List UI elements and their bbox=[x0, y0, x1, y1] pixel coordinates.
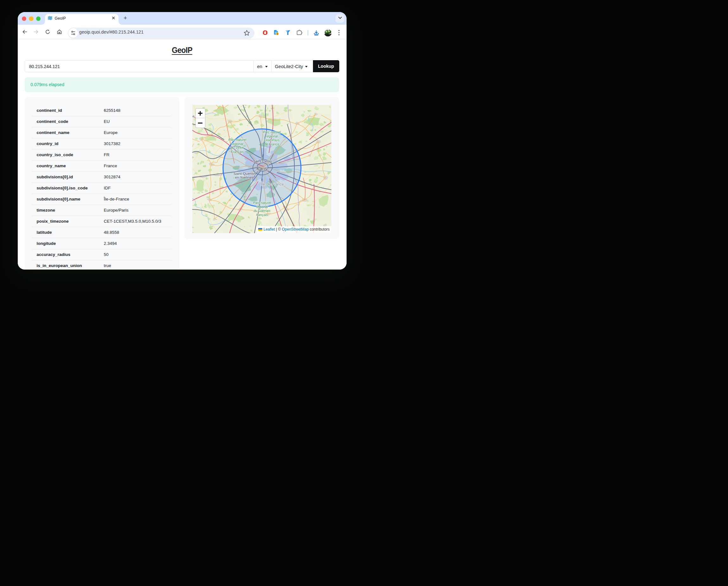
svg-text:Français: Français bbox=[231, 150, 243, 154]
svg-text:du Gâtinais: du Gâtinais bbox=[254, 209, 270, 213]
svg-text:de France: de France bbox=[264, 142, 279, 146]
svg-text:Parc naturel: Parc naturel bbox=[253, 201, 271, 205]
svg-text:Île-de-France: Île-de-France bbox=[261, 182, 284, 187]
svg-text:Parc naturel: Parc naturel bbox=[228, 138, 246, 141]
svg-text:Saint-Quentin: Saint-Quentin bbox=[233, 172, 255, 176]
svg-text:Parc naturel: Parc naturel bbox=[263, 130, 281, 134]
svg-text:Paris: Paris bbox=[256, 166, 267, 171]
svg-text:Oise-Pays: Oise-Pays bbox=[264, 138, 279, 142]
svg-text:en Yvelines: en Yvelines bbox=[235, 176, 254, 179]
svg-text:du Vexin: du Vexin bbox=[231, 146, 243, 150]
svg-text:régional: régional bbox=[231, 142, 243, 146]
svg-text:n: n bbox=[192, 115, 194, 118]
svg-text:régional: régional bbox=[256, 205, 268, 209]
svg-text:régional: régional bbox=[266, 134, 278, 138]
svg-text:Saint-Denis: Saint-Denis bbox=[253, 159, 272, 163]
svg-text:français: français bbox=[256, 213, 268, 217]
